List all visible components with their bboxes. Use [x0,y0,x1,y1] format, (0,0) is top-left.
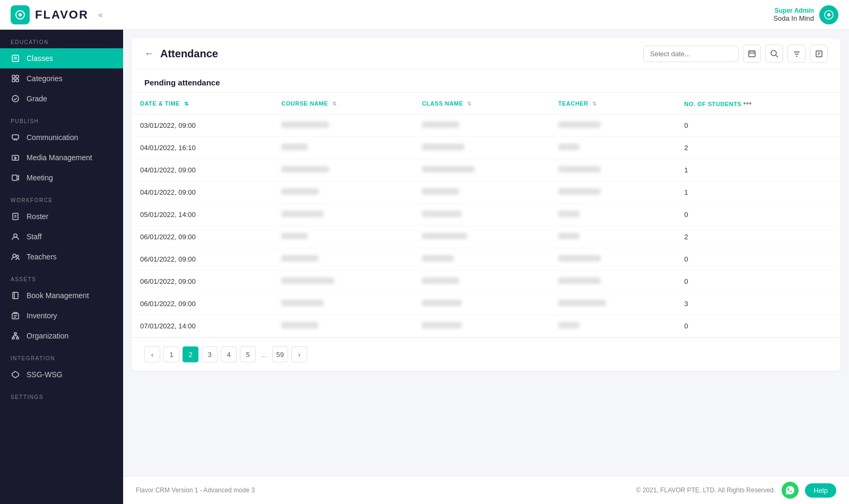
sidebar-item-teachers[interactable]: Teachers [0,247,123,267]
collapse-icon[interactable]: « [98,10,103,20]
cell-students: 0 [676,115,841,137]
sidebar-item-classes[interactable]: Classes [0,48,123,68]
sidebar-label-ssg: SSG-WSG [27,370,63,379]
page-title: Attendance [160,48,218,60]
table-row[interactable]: 05/01/2022, 14:000 [132,204,841,226]
main-layout: EDUCATION Classes Categories [0,30,849,504]
table-row[interactable]: 03/01/2022, 09:000 [132,115,841,137]
cell-teacher [550,181,675,204]
content-wrapper: ← Attendance [123,30,849,476]
logo-icon [11,5,30,24]
col-date-time[interactable]: DATE & TIME ⇅ [132,93,273,115]
cell-students: 0 [676,315,841,337]
cell-date-time: 05/01/2022, 14:00 [132,204,273,226]
sidebar-item-roster[interactable]: Roster [0,206,123,227]
svg-line-39 [776,55,778,57]
next-page-button[interactable]: › [291,346,307,362]
sidebar-label-communication: Communication [27,133,78,142]
cell-students: 2 [676,226,841,248]
cell-date-time: 06/01/2022, 09:00 [132,248,273,271]
cell-course-name [273,226,413,248]
page-59-button[interactable]: 59 [272,346,288,362]
cell-class-name [413,315,550,337]
page-3-button[interactable]: 3 [202,346,218,362]
filter-button[interactable] [787,45,805,63]
table-row[interactable]: 04/01/2022, 09:001 [132,181,841,204]
sidebar-item-inventory[interactable]: Inventory [0,306,123,326]
sidebar-item-staff[interactable]: Staff [0,227,123,247]
page-4-button[interactable]: 4 [221,346,237,362]
col-options-icon: ••• [743,99,752,108]
col-class-name[interactable]: CLASS NAME ⇅ [413,93,550,115]
pagination: ‹ 1 2 3 4 5 ... 59 › [132,337,841,371]
cell-students: 2 [676,137,841,159]
prev-page-button[interactable]: ‹ [144,346,160,362]
sidebar-label-teachers: Teachers [27,253,57,261]
sidebar-label-meeting: Meeting [27,173,53,182]
calendar-button[interactable] [743,45,761,63]
export-button[interactable] [810,45,828,63]
sidebar-label-grade: Grade [27,94,47,103]
page-2-button[interactable]: 2 [183,346,198,362]
table-row[interactable]: 06/01/2022, 09:000 [132,271,841,293]
inventory-icon [11,311,20,320]
sidebar-item-categories[interactable]: Categories [0,68,123,89]
top-header: FLAVOR « Super Admin Soda In Mind [0,0,849,30]
help-button[interactable]: Help [805,483,836,498]
cell-course-name [273,115,413,137]
cell-teacher [550,271,675,293]
user-avatar [819,5,838,24]
table-row[interactable]: 07/01/2022, 14:000 [132,315,841,337]
cell-class-name [413,181,550,204]
sidebar-label-inventory: Inventory [27,311,57,320]
sort-icon-class: ⇅ [467,101,472,107]
svg-point-38 [771,50,776,56]
sort-icon-course: ⇅ [332,101,337,107]
page-5-button[interactable]: 5 [240,346,256,362]
sidebar-item-media-management[interactable]: Media Management [0,147,123,168]
cell-class-name [413,137,550,159]
cell-teacher [550,137,675,159]
table-row[interactable]: 04/01/2022, 16:102 [132,137,841,159]
whatsapp-button[interactable] [782,482,799,499]
sidebar-item-book-management[interactable]: Book Management [0,285,123,306]
table-row[interactable]: 06/01/2022, 09:003 [132,293,841,315]
table-row[interactable]: 04/01/2022, 09:001 [132,159,841,181]
col-course-name[interactable]: COURSE NAME ⇅ [273,93,413,115]
cell-students: 0 [676,271,841,293]
sidebar-label-staff: Staff [27,232,42,241]
meeting-icon [11,173,20,183]
page-1-button[interactable]: 1 [163,346,179,362]
pagination-dots: ... [259,351,269,359]
svg-point-19 [13,254,16,257]
cell-course-name [273,204,413,226]
sidebar-item-grade[interactable]: Grade [0,89,123,109]
search-button[interactable] [765,45,783,63]
col-teacher[interactable]: TEACHER ⇅ [550,93,675,115]
svg-rect-26 [14,333,16,334]
header-actions [643,45,828,63]
cell-class-name [413,248,550,271]
sidebar-item-organization[interactable]: Organization [0,326,123,346]
svg-rect-43 [816,51,822,57]
grade-icon [11,94,20,103]
user-area: Super Admin Soda In Mind [773,5,838,24]
cell-course-name [273,137,413,159]
table-row[interactable]: 06/01/2022, 09:000 [132,248,841,271]
col-students[interactable]: NO. OF STUDENTS ••• [676,93,841,115]
sidebar-section-integration: INTEGRATION [0,346,123,364]
date-input[interactable] [643,46,739,62]
table-row[interactable]: 06/01/2022, 09:002 [132,226,841,248]
sidebar-section-education: EDUCATION [0,30,123,48]
svg-point-3 [827,13,830,16]
sidebar-label-categories: Categories [27,74,63,83]
svg-point-11 [12,95,19,102]
sidebar-section-workforce: WORKFORCE [0,188,123,206]
sidebar-item-ssg-wsg[interactable]: SSG-WSG [0,364,123,385]
cell-date-time: 03/01/2022, 09:00 [132,115,273,137]
cell-students: 3 [676,293,841,315]
sidebar-item-communication[interactable]: Communication [0,127,123,147]
sidebar-section-settings: SETTINGS [0,385,123,403]
back-button[interactable]: ← [144,48,154,59]
sidebar-item-meeting[interactable]: Meeting [0,168,123,188]
